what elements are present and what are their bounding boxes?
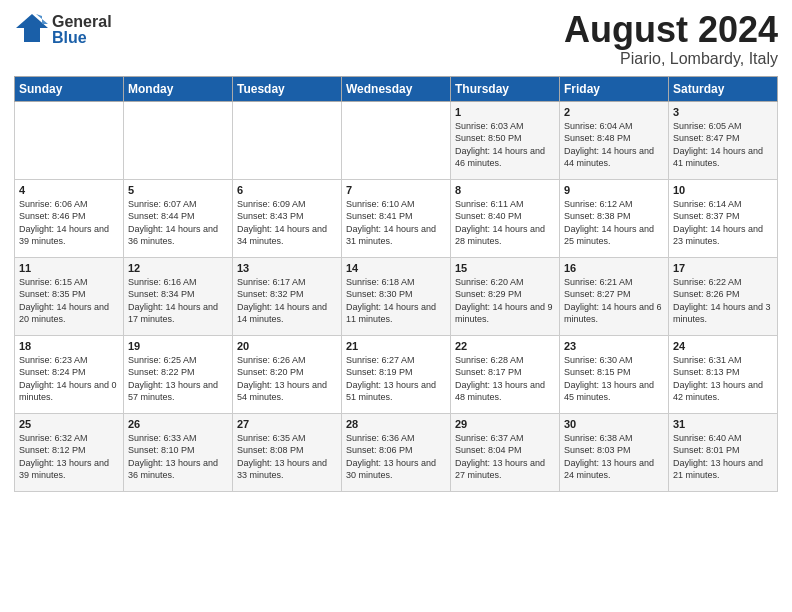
calendar-body: 1Sunrise: 6:03 AM Sunset: 8:50 PM Daylig… (15, 101, 778, 491)
day-number: 29 (455, 418, 555, 430)
calendar-cell: 3Sunrise: 6:05 AM Sunset: 8:47 PM Daylig… (669, 101, 778, 179)
col-tuesday: Tuesday (233, 76, 342, 101)
day-number: 16 (564, 262, 664, 274)
day-number: 4 (19, 184, 119, 196)
day-number: 22 (455, 340, 555, 352)
day-info: Sunrise: 6:22 AM Sunset: 8:26 PM Dayligh… (673, 276, 773, 326)
day-info: Sunrise: 6:05 AM Sunset: 8:47 PM Dayligh… (673, 120, 773, 170)
calendar-cell (15, 101, 124, 179)
day-info: Sunrise: 6:32 AM Sunset: 8:12 PM Dayligh… (19, 432, 119, 482)
day-number: 15 (455, 262, 555, 274)
col-wednesday: Wednesday (342, 76, 451, 101)
day-info: Sunrise: 6:40 AM Sunset: 8:01 PM Dayligh… (673, 432, 773, 482)
day-info: Sunrise: 6:36 AM Sunset: 8:06 PM Dayligh… (346, 432, 446, 482)
calendar-cell: 9Sunrise: 6:12 AM Sunset: 8:38 PM Daylig… (560, 179, 669, 257)
calendar-cell: 11Sunrise: 6:15 AM Sunset: 8:35 PM Dayli… (15, 257, 124, 335)
calendar-cell: 12Sunrise: 6:16 AM Sunset: 8:34 PM Dayli… (124, 257, 233, 335)
logo: General Blue (14, 10, 112, 50)
day-info: Sunrise: 6:30 AM Sunset: 8:15 PM Dayligh… (564, 354, 664, 404)
day-number: 26 (128, 418, 228, 430)
day-info: Sunrise: 6:17 AM Sunset: 8:32 PM Dayligh… (237, 276, 337, 326)
calendar-cell: 19Sunrise: 6:25 AM Sunset: 8:22 PM Dayli… (124, 335, 233, 413)
day-info: Sunrise: 6:07 AM Sunset: 8:44 PM Dayligh… (128, 198, 228, 248)
day-number: 24 (673, 340, 773, 352)
day-number: 17 (673, 262, 773, 274)
calendar-cell (233, 101, 342, 179)
day-info: Sunrise: 6:12 AM Sunset: 8:38 PM Dayligh… (564, 198, 664, 248)
calendar-cell (342, 101, 451, 179)
day-number: 11 (19, 262, 119, 274)
calendar-cell: 6Sunrise: 6:09 AM Sunset: 8:43 PM Daylig… (233, 179, 342, 257)
day-number: 13 (237, 262, 337, 274)
day-number: 7 (346, 184, 446, 196)
day-info: Sunrise: 6:28 AM Sunset: 8:17 PM Dayligh… (455, 354, 555, 404)
day-number: 6 (237, 184, 337, 196)
day-info: Sunrise: 6:04 AM Sunset: 8:48 PM Dayligh… (564, 120, 664, 170)
day-info: Sunrise: 6:11 AM Sunset: 8:40 PM Dayligh… (455, 198, 555, 248)
day-number: 28 (346, 418, 446, 430)
calendar-cell: 22Sunrise: 6:28 AM Sunset: 8:17 PM Dayli… (451, 335, 560, 413)
day-number: 18 (19, 340, 119, 352)
logo-icon (14, 10, 50, 50)
day-number: 1 (455, 106, 555, 118)
day-info: Sunrise: 6:21 AM Sunset: 8:27 PM Dayligh… (564, 276, 664, 326)
calendar-cell: 1Sunrise: 6:03 AM Sunset: 8:50 PM Daylig… (451, 101, 560, 179)
day-number: 19 (128, 340, 228, 352)
day-number: 12 (128, 262, 228, 274)
header: General Blue August 2024 Piario, Lombard… (14, 10, 778, 68)
day-number: 3 (673, 106, 773, 118)
day-number: 31 (673, 418, 773, 430)
week-row-5: 25Sunrise: 6:32 AM Sunset: 8:12 PM Dayli… (15, 413, 778, 491)
week-row-3: 11Sunrise: 6:15 AM Sunset: 8:35 PM Dayli… (15, 257, 778, 335)
calendar-cell: 24Sunrise: 6:31 AM Sunset: 8:13 PM Dayli… (669, 335, 778, 413)
svg-marker-0 (16, 14, 48, 42)
calendar-cell: 26Sunrise: 6:33 AM Sunset: 8:10 PM Dayli… (124, 413, 233, 491)
day-info: Sunrise: 6:03 AM Sunset: 8:50 PM Dayligh… (455, 120, 555, 170)
calendar-cell: 20Sunrise: 6:26 AM Sunset: 8:20 PM Dayli… (233, 335, 342, 413)
calendar-cell: 30Sunrise: 6:38 AM Sunset: 8:03 PM Dayli… (560, 413, 669, 491)
day-info: Sunrise: 6:23 AM Sunset: 8:24 PM Dayligh… (19, 354, 119, 404)
col-monday: Monday (124, 76, 233, 101)
calendar-header: Sunday Monday Tuesday Wednesday Thursday… (15, 76, 778, 101)
day-number: 27 (237, 418, 337, 430)
day-info: Sunrise: 6:26 AM Sunset: 8:20 PM Dayligh… (237, 354, 337, 404)
day-info: Sunrise: 6:35 AM Sunset: 8:08 PM Dayligh… (237, 432, 337, 482)
logo-text: General Blue (52, 14, 112, 46)
day-number: 23 (564, 340, 664, 352)
calendar-table: Sunday Monday Tuesday Wednesday Thursday… (14, 76, 778, 492)
day-number: 25 (19, 418, 119, 430)
calendar-cell: 16Sunrise: 6:21 AM Sunset: 8:27 PM Dayli… (560, 257, 669, 335)
day-info: Sunrise: 6:37 AM Sunset: 8:04 PM Dayligh… (455, 432, 555, 482)
day-number: 5 (128, 184, 228, 196)
week-row-2: 4Sunrise: 6:06 AM Sunset: 8:46 PM Daylig… (15, 179, 778, 257)
calendar-cell (124, 101, 233, 179)
calendar-cell: 25Sunrise: 6:32 AM Sunset: 8:12 PM Dayli… (15, 413, 124, 491)
day-info: Sunrise: 6:38 AM Sunset: 8:03 PM Dayligh… (564, 432, 664, 482)
calendar-cell: 27Sunrise: 6:35 AM Sunset: 8:08 PM Dayli… (233, 413, 342, 491)
col-thursday: Thursday (451, 76, 560, 101)
calendar-cell: 2Sunrise: 6:04 AM Sunset: 8:48 PM Daylig… (560, 101, 669, 179)
calendar-cell: 4Sunrise: 6:06 AM Sunset: 8:46 PM Daylig… (15, 179, 124, 257)
calendar-cell: 13Sunrise: 6:17 AM Sunset: 8:32 PM Dayli… (233, 257, 342, 335)
col-saturday: Saturday (669, 76, 778, 101)
day-info: Sunrise: 6:15 AM Sunset: 8:35 PM Dayligh… (19, 276, 119, 326)
calendar-cell: 15Sunrise: 6:20 AM Sunset: 8:29 PM Dayli… (451, 257, 560, 335)
day-info: Sunrise: 6:33 AM Sunset: 8:10 PM Dayligh… (128, 432, 228, 482)
day-number: 21 (346, 340, 446, 352)
day-number: 10 (673, 184, 773, 196)
day-number: 9 (564, 184, 664, 196)
day-number: 30 (564, 418, 664, 430)
day-info: Sunrise: 6:20 AM Sunset: 8:29 PM Dayligh… (455, 276, 555, 326)
calendar-cell: 31Sunrise: 6:40 AM Sunset: 8:01 PM Dayli… (669, 413, 778, 491)
calendar-cell: 8Sunrise: 6:11 AM Sunset: 8:40 PM Daylig… (451, 179, 560, 257)
calendar-cell: 14Sunrise: 6:18 AM Sunset: 8:30 PM Dayli… (342, 257, 451, 335)
day-info: Sunrise: 6:27 AM Sunset: 8:19 PM Dayligh… (346, 354, 446, 404)
day-info: Sunrise: 6:06 AM Sunset: 8:46 PM Dayligh… (19, 198, 119, 248)
col-friday: Friday (560, 76, 669, 101)
calendar-container: General Blue August 2024 Piario, Lombard… (0, 0, 792, 612)
day-info: Sunrise: 6:14 AM Sunset: 8:37 PM Dayligh… (673, 198, 773, 248)
week-row-4: 18Sunrise: 6:23 AM Sunset: 8:24 PM Dayli… (15, 335, 778, 413)
week-row-1: 1Sunrise: 6:03 AM Sunset: 8:50 PM Daylig… (15, 101, 778, 179)
calendar-cell: 17Sunrise: 6:22 AM Sunset: 8:26 PM Dayli… (669, 257, 778, 335)
day-number: 20 (237, 340, 337, 352)
